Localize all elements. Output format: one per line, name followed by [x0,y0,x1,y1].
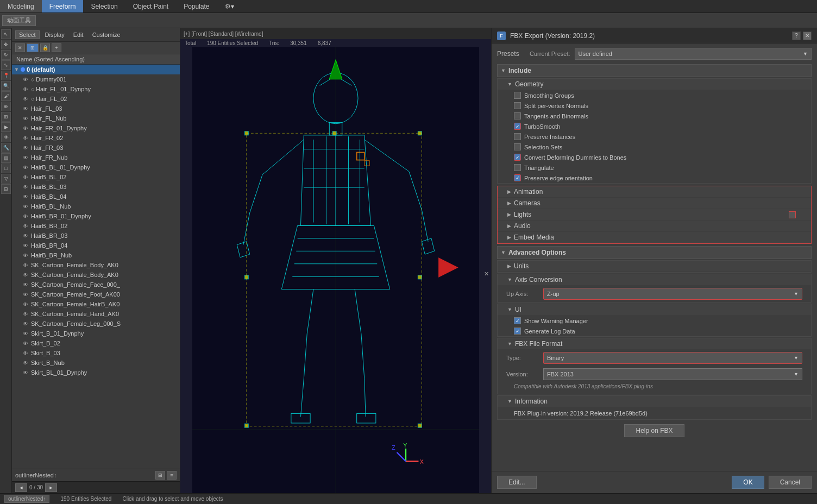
list-item[interactable]: 👁 HairB_BL_01_Dynphy [12,162,180,172]
advanced-section-header[interactable]: ▼ Advanced Options [497,246,812,259]
ok-btn[interactable]: OK [732,476,764,489]
list-item[interactable]: 👁 HairB_BR_03 [12,231,180,241]
list-item[interactable]: 👁 Skirt_BL_01_Dynphy [12,368,180,377]
layer-icon[interactable]: ▤ [1,153,11,163]
list-item[interactable]: 👁 SK_Cartoon_Female_Body_AK0 [12,260,180,270]
list-item[interactable]: ▼ 0 (default) [12,65,180,74]
list-item[interactable]: 👁 Hair_FR_02 [12,133,180,143]
list-item[interactable]: 👁 HairB_BL_Nub [12,201,180,211]
menu-selection[interactable]: Selection [83,0,125,12]
menu-freeform[interactable]: Freeform [42,0,84,12]
list-item[interactable]: 👁 Hair_FL_03 [12,104,180,114]
hierarchy-icon[interactable]: ⊞ [1,112,11,122]
generate-log-checkbox[interactable] [514,327,521,335]
customize-tab[interactable]: Customize [89,31,124,39]
split-normals-checkbox[interactable] [514,102,521,109]
list-item[interactable]: 👁 Skirt_B_02 [12,338,180,348]
extra-icon[interactable]: □ [1,163,11,173]
version-dropdown[interactable]: FBX 2013 ▼ [543,368,802,380]
preserve-edge-checkbox[interactable] [514,174,521,181]
list-item[interactable]: 👁 ◇ Dummy001 [12,74,180,84]
preserve-instances-checkbox[interactable] [514,133,521,140]
display-tab[interactable]: Display [42,31,68,39]
motion-icon[interactable]: ▶ [1,122,11,132]
lock-btn[interactable]: 🔒 [40,43,50,52]
rotate-icon[interactable]: ↻ [1,50,11,60]
filter-icon[interactable]: ▽ [1,174,11,184]
move-icon[interactable]: ✥ [1,40,11,49]
list-item[interactable]: 👁 Hair_FR_01_Dynphy [12,123,180,133]
menu-populate[interactable]: Populate [176,0,217,12]
animation-subsection[interactable]: ▶ Animation [498,186,811,197]
select-tab[interactable]: Select [15,30,40,39]
dialog-help-btn[interactable]: ? [792,32,801,40]
zoom-icon[interactable]: 🔍 [1,81,11,91]
search-clear-btn[interactable]: ✕ [15,43,25,52]
up-axis-dropdown[interactable]: Z-up ▼ [543,288,802,300]
embed-media-subsection[interactable]: ▶ Embed Media [498,232,811,243]
snap-icon[interactable]: ⊕ [1,102,11,111]
axis-subsection[interactable]: ▼ Axis Conversion [498,274,811,285]
units-subsection[interactable]: ▶ Units [498,261,811,272]
audio-subsection[interactable]: ▶ Audio [498,220,811,231]
list-item[interactable]: 👁 SK_Cartoon_Female_HairB_AK0 [12,299,180,309]
list-item[interactable]: 👁 Skirt_B_03 [12,348,180,358]
information-subsection[interactable]: ▼ Information [498,396,811,407]
list-item[interactable]: 👁 Skirt_B_Nub [12,358,180,368]
list-item[interactable]: 👁 Hair_FR_Nub [12,153,180,162]
next-frame-btn[interactable]: ► [45,483,57,492]
list-item[interactable]: 👁 Hair_FR_03 [12,143,180,153]
ui-subsection[interactable]: ▼ UI [498,304,811,315]
list-item[interactable]: 👁 SK_Cartoon_Female_Hand_AK0 [12,309,180,319]
selection-sets-checkbox[interactable] [514,143,521,150]
list-item[interactable]: 👁 Skirt_B_01_Dynphy [12,329,180,338]
menu-extra[interactable]: ⚙▾ [217,0,242,12]
convert-dummies-checkbox[interactable] [514,154,521,161]
tangents-checkbox[interactable] [514,112,521,119]
turbosmooth-checkbox[interactable] [514,123,521,130]
cancel-btn[interactable]: Cancel [769,476,812,489]
menu-objectpaint[interactable]: Object Paint [125,0,176,12]
add-btn[interactable]: + [52,43,61,52]
manage-icon[interactable]: ≡ [167,471,177,480]
geometry-subsection[interactable]: ▼ Geometry [498,79,811,90]
list-item[interactable]: 👁 HairB_BR_02 [12,221,180,231]
viewport-close-btn[interactable]: ✕ [484,270,489,278]
list-item[interactable]: 👁 HairB_BL_03 [12,182,180,192]
edit-tab[interactable]: Edit [70,31,87,39]
lights-subsection[interactable]: ▶ Lights [498,209,811,220]
list-item[interactable]: 👁 Hair_FL_Nub [12,114,180,123]
object-list[interactable]: ▼ 0 (default) 👁 ◇ Dummy001 👁 ◇ Hair_FL_0… [12,65,180,469]
scale-icon[interactable]: ⤡ [1,60,11,70]
paint-icon[interactable]: 🖌 [1,91,11,101]
toolbar-anim-tools[interactable]: 动画工具 [2,15,36,26]
type-dropdown[interactable]: Binary ▼ [543,352,802,364]
preset-dropdown[interactable]: User defined ▼ [575,48,812,60]
filter-select-btn[interactable]: ⊞ [27,43,39,52]
place-icon[interactable]: 📍 [1,71,11,80]
triangulate-checkbox[interactable] [514,164,521,171]
list-item[interactable]: 👁 HairB_BL_04 [12,192,180,201]
help-on-fbx-btn[interactable]: Help on FBX [624,424,684,437]
list-item[interactable]: 👁 SK_Cartoon_Female_Leg_000_S [12,319,180,329]
list-item[interactable]: 👁 HairB_BR_Nub [12,250,180,260]
list-item[interactable]: 👁 HairB_BR_04 [12,241,180,250]
layers-icon[interactable]: ⊞ [155,471,165,480]
list-item[interactable]: 👁 HairB_BL_02 [12,172,180,182]
viewport-label[interactable]: [+] [Front] [Standard] [Wireframe] [184,31,263,37]
list-item[interactable]: 👁 SK_Cartoon_Female_Body_AK0 [12,270,180,280]
viewport-canvas[interactable]: X Y Z ▶ ✕ [180,47,491,493]
display-icon[interactable]: 👁 [1,133,11,142]
list-item[interactable]: 👁 SK_Cartoon_Female_Foot_AK00 [12,289,180,299]
smoothing-groups-checkbox[interactable] [514,92,521,99]
list-item[interactable]: 👁 SK_Cartoon_Female_Face_000_ [12,280,180,289]
select-icon[interactable]: ↖ [1,29,11,39]
list-item[interactable]: 👁 ◇ Hair_FL_01_Dynphy [12,84,180,94]
edit-btn[interactable]: Edit... [497,476,537,489]
fbx-format-subsection[interactable]: ▼ FBX File Format [498,338,811,349]
menu-modeling[interactable]: Modeling [0,0,42,12]
show-warning-checkbox[interactable] [514,317,521,324]
dialog-close-btn[interactable]: ✕ [803,32,812,40]
prev-frame-btn[interactable]: ◄ [15,483,27,492]
connect-icon[interactable]: ⊟ [1,184,11,194]
